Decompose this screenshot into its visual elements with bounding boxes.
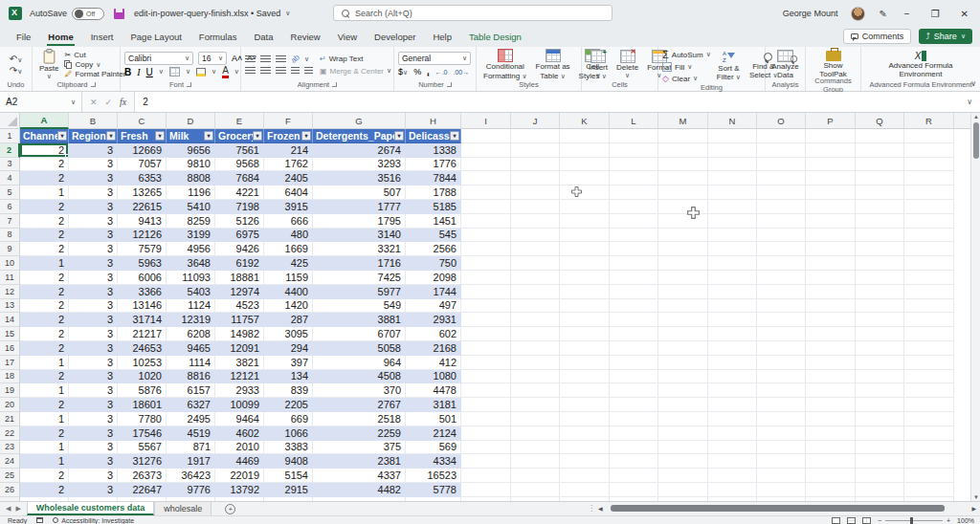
cell-C26[interactable]: 22647: [118, 483, 167, 497]
cell-R3[interactable]: [904, 158, 954, 172]
cell-E3[interactable]: 9568: [215, 158, 264, 172]
cell-N13[interactable]: [708, 299, 757, 314]
cell-L24[interactable]: [610, 454, 658, 469]
scroll-right-icon[interactable]: ▶: [971, 505, 976, 512]
filter-dropdown-icon[interactable]: ▾: [155, 131, 165, 141]
cell-K15[interactable]: [560, 327, 610, 341]
cell-C17[interactable]: 10253: [118, 356, 167, 370]
row-header-25[interactable]: 25: [0, 469, 20, 483]
cell-P25[interactable]: [806, 469, 856, 483]
dialog-launcher-icon[interactable]: [447, 82, 452, 87]
zoom-out-icon[interactable]: −: [878, 517, 881, 524]
cell-C12[interactable]: 3366: [118, 285, 167, 299]
cell-J18[interactable]: [511, 370, 560, 384]
cell-H10[interactable]: 750: [406, 256, 461, 271]
cell-E14[interactable]: 11757: [215, 313, 264, 327]
row-header-7[interactable]: 7: [0, 214, 20, 229]
cell-O21[interactable]: [757, 412, 806, 426]
cell-P1[interactable]: [806, 129, 856, 143]
splitter-grip-icon[interactable]: ⋮: [588, 504, 594, 513]
autosave-switch[interactable]: Off: [72, 8, 104, 20]
filter-dropdown-icon[interactable]: ▾: [450, 131, 459, 141]
cell-F2[interactable]: 214: [264, 143, 313, 158]
document-title[interactable]: edit-in-power-query-finish.xlsx • Saved …: [134, 9, 290, 18]
cell-L3[interactable]: [610, 158, 658, 172]
cell-G12[interactable]: 5977: [313, 285, 406, 299]
page-break-view-icon[interactable]: [862, 517, 871, 524]
table-header-Region[interactable]: Region▾: [69, 129, 118, 143]
cell-N21[interactable]: [708, 412, 757, 426]
cell-R14[interactable]: [904, 313, 954, 327]
row-header-3[interactable]: 3: [0, 158, 20, 172]
column-header-K[interactable]: K: [560, 113, 610, 129]
cell-A19[interactable]: 1: [20, 383, 69, 398]
cell-G8[interactable]: 3140: [313, 229, 406, 243]
cell-M2[interactable]: [658, 143, 708, 158]
cell-J16[interactable]: [511, 341, 560, 356]
cell-P10[interactable]: [806, 256, 856, 271]
cell-R22[interactable]: [904, 426, 954, 441]
cell-J2[interactable]: [511, 143, 560, 158]
cell-Q21[interactable]: [856, 412, 904, 426]
cell-C20[interactable]: 18601: [118, 398, 167, 412]
cell-H16[interactable]: 2168: [406, 341, 461, 356]
cell-L22[interactable]: [610, 426, 658, 441]
cell-O16[interactable]: [757, 341, 806, 356]
row-header-21[interactable]: 21: [0, 412, 20, 426]
cell-B21[interactable]: 3: [69, 412, 118, 426]
cell-G13[interactable]: 549: [313, 299, 406, 314]
cell-O11[interactable]: [757, 271, 806, 285]
cell-G18[interactable]: 4508: [313, 370, 406, 384]
cell-I21[interactable]: [461, 412, 511, 426]
advanced-formula-environment-button[interactable]: X Advanced Formula Environment: [885, 51, 955, 79]
cell-M8[interactable]: [658, 229, 708, 243]
cell-G2[interactable]: 2674: [313, 143, 406, 158]
cell-I17[interactable]: [461, 356, 511, 370]
font-name-combobox[interactable]: Calibri∨: [124, 52, 193, 65]
cell-I3[interactable]: [461, 158, 511, 172]
cell-A11[interactable]: 2: [20, 271, 69, 285]
cell-M10[interactable]: [658, 256, 708, 271]
cell-M6[interactable]: [658, 200, 708, 214]
cell-C10[interactable]: 5963: [118, 256, 167, 271]
cell-I8[interactable]: [461, 229, 511, 243]
cell-F15[interactable]: 3095: [264, 327, 313, 341]
cell-M20[interactable]: [658, 398, 708, 412]
cell-H12[interactable]: 1744: [406, 285, 461, 299]
cell-I24[interactable]: [461, 454, 511, 469]
cell-O10[interactable]: [757, 256, 806, 271]
cell-O9[interactable]: [757, 242, 806, 256]
cell-G5[interactable]: 507: [313, 186, 406, 200]
cell-P9[interactable]: [806, 242, 856, 256]
cell-G10[interactable]: 1716: [313, 256, 406, 271]
cell-C5[interactable]: 13265: [118, 186, 167, 200]
cell-E20[interactable]: 10099: [215, 398, 264, 412]
cell-Q6[interactable]: [856, 200, 904, 214]
cell-D22[interactable]: 4519: [167, 426, 215, 441]
fill-button[interactable]: ↓Fill ∨: [662, 62, 711, 72]
cell-N20[interactable]: [708, 398, 757, 412]
cell-R2[interactable]: [904, 143, 954, 158]
cell-H6[interactable]: 5185: [406, 200, 461, 214]
comments-button[interactable]: Comments: [843, 29, 912, 44]
cell-G15[interactable]: 6707: [313, 327, 406, 341]
cell-J9[interactable]: [511, 242, 560, 256]
cell-J17[interactable]: [511, 356, 560, 370]
cell-I22[interactable]: [461, 426, 511, 441]
cell-D11[interactable]: 11093: [167, 271, 215, 285]
close-button[interactable]: ✕: [957, 9, 972, 19]
confirm-entry-icon[interactable]: ✓: [105, 98, 113, 107]
sheet-nav-right-icon[interactable]: ▶: [15, 505, 20, 513]
row-header-22[interactable]: 22: [0, 426, 20, 441]
cell-A16[interactable]: 2: [20, 341, 69, 356]
cell-G9[interactable]: 3321: [313, 242, 406, 256]
cell-G26[interactable]: 4482: [313, 483, 406, 497]
cell-C9[interactable]: 7579: [118, 242, 167, 256]
align-top-icon[interactable]: [245, 55, 256, 63]
cell-J23[interactable]: [511, 441, 560, 455]
underline-button[interactable]: U: [146, 67, 153, 77]
cell-G6[interactable]: 1777: [313, 200, 406, 214]
cell-K8[interactable]: [560, 229, 610, 243]
cell-L18[interactable]: [610, 370, 658, 384]
cell-N23[interactable]: [708, 441, 757, 455]
